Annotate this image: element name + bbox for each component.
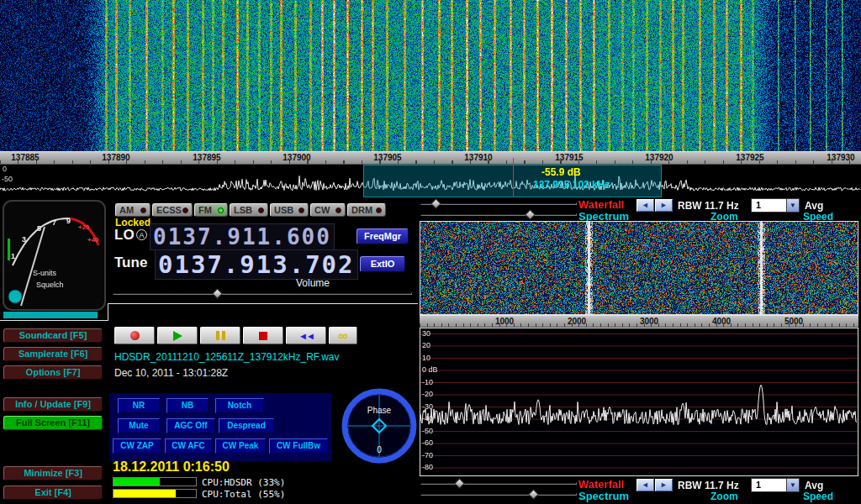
mode-button-ecss[interactable]: ECSS [152, 203, 193, 217]
phase-dial[interactable]: Phase 0 [341, 387, 417, 465]
separator-line [108, 303, 418, 304]
tab-spectrum-top[interactable]: Spectrum [578, 210, 629, 223]
signal-level-readout: -55.9 dB [541, 166, 581, 178]
volume-slider-thumb[interactable] [212, 288, 223, 299]
loop-button[interactable]: ∞ [329, 327, 357, 344]
s-meter-scale-label: 3 [22, 235, 26, 244]
exit-button[interactable]: Exit [F4] [3, 486, 103, 500]
zoom-in-button-top[interactable]: ► [655, 199, 673, 212]
extio-button[interactable]: ExtIO [360, 256, 405, 272]
wf-contrast-slider[interactable] [420, 210, 577, 219]
tab-waterfall-top[interactable]: Waterfall [578, 198, 624, 211]
spec-contrast-slider[interactable] [420, 490, 577, 499]
s-meter-scale-label: 9 [66, 217, 71, 225]
record-button[interactable] [114, 327, 155, 344]
lo-label: LO [114, 227, 135, 244]
loop-icon: ∞ [338, 331, 347, 341]
spec-brightness-slider[interactable] [420, 479, 577, 488]
slider-thumb[interactable] [528, 489, 539, 500]
squelch-knob[interactable] [8, 290, 22, 303]
slider-thumb[interactable] [525, 209, 536, 220]
rf-waterfall-display[interactable] [0, 0, 861, 151]
cw-afc-button[interactable]: CW AFC [165, 438, 212, 454]
agc-button[interactable]: AGC Off [166, 418, 215, 433]
s-meter-scale-label: +40 [87, 236, 99, 244]
db-axis-label: 20 [422, 341, 430, 349]
tune-cursor-line [513, 158, 514, 197]
despread-button[interactable]: Despread [219, 418, 274, 433]
separator-line [108, 303, 108, 321]
lo-lock-badge[interactable]: A [136, 229, 147, 240]
zoom-in-button-bottom[interactable]: ► [655, 479, 673, 491]
zoom-out-button-bottom[interactable]: ◄ [637, 479, 654, 491]
stop-button[interactable] [243, 327, 283, 344]
avg-combo-top[interactable]: 1 ▼ [751, 198, 800, 213]
cpu-hdsdr-bar [113, 477, 197, 486]
s-meter[interactable]: 1 3 5 7 9 +20 +40 S-units Squelch [3, 200, 106, 311]
af-waterfall-display[interactable] [420, 222, 858, 314]
mode-button-am[interactable]: AM [115, 203, 151, 217]
s-meter-scale-label: 1 [11, 252, 15, 260]
play-button[interactable] [157, 327, 198, 344]
db-axis-label: -60 [422, 438, 433, 447]
zoom-label-bottom: Zoom [710, 491, 738, 502]
cpu-hdsdr-label: CPU:HDSDR (33%) [202, 477, 285, 488]
phase-value: 0 [377, 445, 382, 454]
mode-button-lsb[interactable]: LSB [230, 203, 268, 217]
cpu-total-bar [113, 489, 197, 498]
lo-frequency-display[interactable]: 0137.911.600 [150, 223, 335, 250]
tab-waterfall-bottom[interactable]: Waterfall [578, 478, 624, 491]
db-axis-label: -70 [422, 451, 433, 459]
soundcard-button[interactable]: Soundcard [F5] [3, 328, 103, 343]
fullscreen-button[interactable]: Full Screen [F11] [3, 416, 103, 430]
samplerate-button[interactable]: Samplerate [F6] [3, 347, 103, 361]
phase-label: Phase [367, 406, 392, 415]
zoom-out-button-top[interactable]: ◄ [637, 199, 654, 212]
nb-button[interactable]: NB [166, 398, 209, 413]
pause-icon [216, 331, 225, 340]
info-update-button[interactable]: Info / Update [F9] [3, 397, 103, 412]
slider-thumb[interactable] [430, 198, 441, 209]
nr-button[interactable]: NR [118, 398, 160, 413]
mode-button-fm[interactable]: FM [194, 203, 228, 217]
db-axis-label: -40 [422, 414, 433, 423]
rf-frequency-scale[interactable]: 137885 137890 137895 137900 137905 13791… [0, 151, 861, 165]
slider-track [420, 202, 577, 205]
slider-thumb[interactable] [454, 478, 465, 489]
cw-peak-button[interactable]: CW Peak [215, 438, 266, 454]
wf-brightness-slider[interactable] [420, 199, 577, 208]
af-frequency-scale[interactable]: 1000 2000 3000 4000 5000 [420, 315, 858, 328]
avg-label-top: Avg [805, 200, 823, 212]
avg-combo-bottom[interactable]: 1 ▼ [751, 478, 800, 492]
chevron-down-icon[interactable]: ▼ [786, 199, 799, 212]
pause-button[interactable] [200, 327, 240, 344]
mode-led-icon [298, 207, 304, 213]
af-spectrum-display[interactable] [420, 328, 858, 475]
options-button[interactable]: Options [F7] [3, 365, 103, 380]
s-meter-scale-label: 5 [37, 224, 41, 233]
volume-slider[interactable] [113, 289, 412, 298]
mode-button-usb[interactable]: USB [270, 203, 309, 217]
mode-label: DRM [351, 205, 372, 215]
speed-label-top: Speed [803, 211, 833, 223]
minimize-button[interactable]: Minimize [F3] [3, 466, 103, 480]
notch-button[interactable]: Notch [215, 398, 264, 413]
cpu-hdsdr-bar-fill [114, 478, 160, 486]
rewind-icon: ◄◄ [298, 331, 314, 341]
tune-frequency-display[interactable]: 0137.913.702 [155, 249, 358, 280]
squelch-level-bar[interactable] [3, 312, 98, 318]
cw-zap-button[interactable]: CW ZAP [113, 438, 161, 454]
rewind-button[interactable]: ◄◄ [286, 327, 326, 344]
mode-button-cw[interactable]: CW [310, 203, 346, 217]
freqmgr-button[interactable]: FreqMgr [357, 228, 409, 244]
datetime-display[interactable]: 18.12.2011 0:16:50 [113, 459, 230, 475]
mode-button-drm[interactable]: DRM [347, 203, 386, 217]
squelch-label: Squelch [36, 281, 64, 289]
mode-label: CW [314, 205, 330, 215]
tab-spectrum-bottom[interactable]: Spectrum [578, 490, 629, 502]
chevron-down-icon[interactable]: ▼ [786, 479, 799, 491]
record-icon [130, 331, 140, 340]
cw-fullbw-button[interactable]: CW FullBw [269, 438, 328, 454]
af-scale-ticks [420, 323, 858, 327]
mute-button[interactable]: Mute [118, 418, 160, 433]
